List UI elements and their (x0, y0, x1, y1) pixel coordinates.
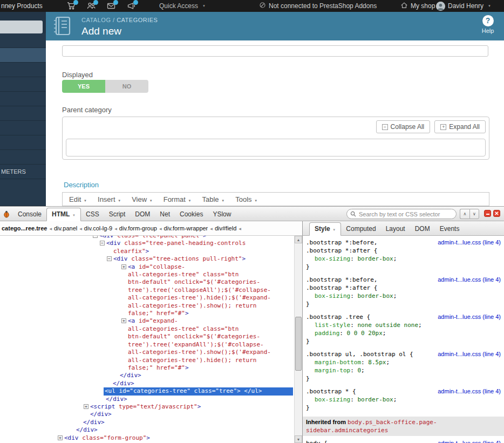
user-menu[interactable]: David Henry ▼ (436, 0, 491, 12)
side-panel-tabbar: Style ▼ComputedLayoutDOMEvents (302, 221, 504, 236)
cart-icon[interactable] (67, 2, 76, 10)
editor-menu-insert[interactable]: Insert ▼ (98, 195, 121, 203)
messages-icon[interactable] (107, 2, 115, 10)
side-tab-dom[interactable]: DOM (410, 223, 435, 235)
expand-node-icon[interactable]: + (84, 404, 88, 409)
sidebar-item-2[interactable] (0, 33, 46, 48)
breadcrumb-page[interactable]: CATEGORIES (117, 17, 158, 23)
firebug-tab-html[interactable]: HTML ▼ (46, 208, 81, 221)
html-path-crumb[interactable]: catego...ree.tree (2, 225, 47, 231)
firebug-tab-console[interactable]: Console (13, 208, 46, 221)
scroll-down-arrow[interactable]: ▼ (295, 435, 302, 443)
css-file-link[interactable]: admin-t...lue.css (line 4) (438, 276, 501, 284)
expand-node-icon[interactable]: + (58, 435, 63, 440)
sidebar-item-1[interactable] (0, 21, 43, 33)
displayed-no-button[interactable]: NO (105, 80, 148, 93)
help-button[interactable]: ? Help (476, 15, 500, 34)
side-tab-style[interactable]: Style ▼ (309, 222, 341, 236)
html-path-crumb[interactable]: div.form-group (119, 225, 157, 231)
css-file-link[interactable]: admin-t...lue.css (line 4) (438, 350, 501, 358)
expand-all-button[interactable]: + Expand All (434, 120, 486, 133)
name-input[interactable] (62, 45, 488, 57)
sidebar-item-6[interactable] (0, 92, 46, 106)
sidebar-item-10[interactable] (0, 150, 46, 165)
sidebar-item-12[interactable] (0, 179, 46, 206)
firebug-tab-yslow[interactable]: YSlow (208, 208, 236, 221)
css-selector[interactable]: .bootstrap *:after { (306, 284, 377, 291)
css-file-link[interactable]: admin-t...lue.css (line 4) (438, 238, 501, 247)
addons-status[interactable]: Not connected to PrestaShop Addons (259, 0, 377, 12)
firebug-tab-css[interactable]: CSS (81, 208, 104, 221)
collapse-node-icon[interactable]: − (100, 241, 105, 246)
css-selector[interactable]: body { (306, 440, 328, 443)
sidebar-item-8[interactable] (0, 121, 46, 135)
editor-menu-edit[interactable]: Edit ▼ (69, 195, 87, 203)
side-tab-events[interactable]: Events (435, 223, 465, 235)
html-path-crumb[interactable]: div#field (215, 225, 236, 231)
css-close-brace: } (306, 300, 501, 308)
my-shop-link[interactable]: My shop (400, 0, 435, 12)
css-property[interactable]: margin-bottom: 8.5px; (306, 358, 501, 366)
customers-icon[interactable] (87, 2, 96, 10)
css-file-link[interactable]: admin-t...lue.css (line 4) (438, 439, 501, 443)
category-tree-area[interactable] (66, 139, 486, 156)
css-property[interactable]: padding: 0 0 0 20px; (306, 329, 501, 337)
sidebar-item-3[interactable] (0, 48, 46, 63)
editor-menu-table[interactable]: Table ▼ (202, 195, 224, 203)
notifications-icon[interactable] (127, 2, 135, 10)
firebug-tab-script[interactable]: Script (104, 208, 131, 221)
collapse-all-button[interactable]: − Collapse All (376, 120, 431, 133)
css-property[interactable]: list-style: none outside none; (306, 321, 501, 329)
expand-node-icon[interactable]: + (121, 264, 126, 269)
firebug-bug-icon[interactable] (3, 210, 10, 220)
css-selector[interactable]: .bootstrap ul, .bootstrap ol { (306, 351, 413, 358)
css-selector[interactable]: .bootstrap *:before, (306, 276, 377, 283)
css-selector[interactable]: .bootstrap *:after { (306, 247, 377, 254)
description-editor: Edit ▼Insert ▼View ▼Format ▼Table ▼Tools… (62, 192, 489, 206)
editor-menu-view[interactable]: View ▼ (132, 195, 153, 203)
screen: nney Products Quick Access ▼ (0, 0, 504, 443)
editor-menu-format[interactable]: Format ▼ (164, 195, 192, 203)
sidebar-item-9[interactable] (0, 135, 46, 150)
sidebar-item-7[interactable] (0, 106, 46, 121)
css-selector[interactable]: .bootstrap *:before, (306, 239, 377, 246)
quick-access-menu[interactable]: Quick Access ▼ (159, 0, 206, 12)
crumb-separator-icon: ◀ (79, 227, 82, 230)
css-file-link[interactable]: admin-t...lue.css (line 4) (438, 387, 501, 396)
firebug-close-button[interactable]: ✕ (493, 210, 500, 217)
css-property[interactable]: box-sizing: border-box; (306, 292, 501, 300)
firebug-tab-dom[interactable]: DOM (130, 208, 155, 221)
css-property[interactable]: margin-top: 0; (306, 366, 501, 374)
html-path-crumb[interactable]: div.col-lg-9 (84, 225, 112, 231)
search-input[interactable] (346, 209, 457, 219)
css-property[interactable]: box-sizing: border-box; (306, 396, 501, 404)
html-path-crumb[interactable]: div.panel (54, 225, 77, 231)
css-selector[interactable]: .bootstrap * { (306, 388, 356, 395)
search-prev-button[interactable]: ∧ (460, 209, 469, 219)
chevron-down-icon: ▼ (488, 4, 491, 8)
editor-menu-tools[interactable]: Tools ▼ (235, 195, 257, 203)
breadcrumb-section[interactable]: CATALOG (81, 17, 111, 23)
displayed-yes-button[interactable]: YES (62, 80, 105, 93)
css-rule: admin-t...lue.css (line 4).bootstrap *:b… (306, 238, 501, 271)
scroll-up-arrow[interactable]: ▲ (295, 236, 302, 243)
search-next-button[interactable]: ∨ (469, 209, 479, 219)
scrollbar-thumb[interactable] (295, 317, 302, 371)
firebug-tab-net[interactable]: Net (155, 208, 175, 221)
firebug-minimize-button[interactable] (484, 210, 491, 217)
css-file-link[interactable]: admin-t...lue.css (line 4) (438, 313, 501, 321)
html-path-crumb[interactable]: div.form-wrapper (164, 225, 208, 231)
collapse-node-icon[interactable]: − (107, 256, 112, 261)
code-line: all-categories-tree').show(); return (0, 302, 294, 310)
sidebar-item-5[interactable] (0, 77, 46, 92)
expand-node-icon[interactable]: + (121, 318, 126, 323)
css-property[interactable]: box-sizing: border-box; (306, 255, 501, 263)
sidebar-item-4[interactable] (0, 63, 46, 77)
selected-node-line[interactable]: <ul id="categories-tree" class="tree"> <… (0, 387, 294, 395)
side-tab-layout[interactable]: Layout (381, 223, 410, 235)
collapse-node-icon[interactable]: − (93, 236, 98, 238)
css-selector[interactable]: .bootstrap .tree { (306, 313, 370, 321)
side-tab-computed[interactable]: Computed (341, 223, 380, 235)
sidebar-item-11[interactable]: METERS (0, 165, 46, 179)
firebug-tab-cookies[interactable]: Cookies (175, 208, 208, 221)
